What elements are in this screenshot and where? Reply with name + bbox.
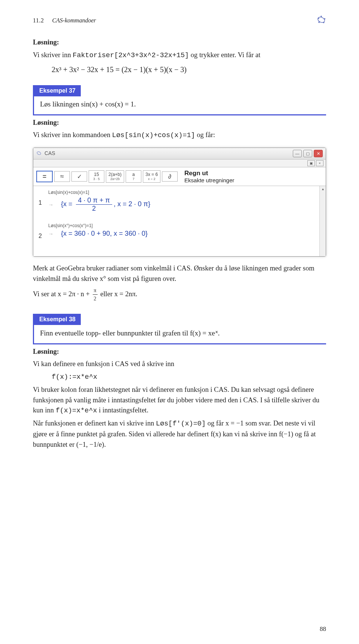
solution1-text: Vi skriver inn Faktoriser[2x^3+3x^2-32x+…: [33, 50, 326, 61]
display-equation: 2x³ + 3x² − 32x + 15 = (2x − 1)(x + 5)(x…: [52, 65, 326, 74]
inline-code: f(x)=x*e^x: [56, 407, 97, 415]
example-box-37: Eksempel 37 Løs likningen sin(x) + cos(x…: [33, 85, 326, 115]
cas-scrollbar[interactable]: ▴: [319, 186, 326, 256]
text-fragment: Når funksjonen er definert kan vi skrive…: [33, 419, 156, 427]
svg-point-3: [324, 18, 325, 19]
paragraph: Vi ser at x = 2π · n + π2 eller x = 2nπ.: [33, 287, 326, 303]
solution2-text: Vi skriver inn kommandoen Løs[sin(x)+cos…: [33, 130, 326, 141]
cas-row-index: 1: [39, 199, 48, 206]
solution-label: Løsning:: [33, 37, 326, 48]
text-fragment: eller x = 2nπ.: [100, 290, 137, 297]
text-fragment: og får:: [197, 131, 215, 139]
paragraph: Når funksjonen er definert kan vi skrive…: [33, 418, 326, 450]
text-fragment: Vi ser at x = 2π · n +: [33, 290, 92, 297]
cas-output-text: {x = 360 · 0 + 90, x = 360 · 0}: [61, 230, 148, 238]
section-heading: 11.2 CAS-kommandoer: [33, 17, 96, 24]
svg-point-6: [37, 151, 41, 155]
inline-code: Løs[f'(x)=0]: [156, 420, 206, 428]
cas-output: → {x = 4 · 0 π + π2, x = 2 · 0 π}: [48, 196, 320, 213]
close-button[interactable]: ✕: [314, 150, 323, 157]
tool-expand-button[interactable]: 2(a+b)2a+2b: [106, 170, 124, 183]
page-number: 88: [320, 625, 326, 633]
arrow-icon: →: [48, 202, 53, 208]
cas-row[interactable]: 1 Løs[sin(x)+cos(x)=1] → {x = 4 · 0 π + …: [39, 190, 320, 213]
tool-solve-button[interactable]: 3x = 6x = 2: [143, 170, 160, 183]
paragraph: Vi kan definere en funksjon i CAS ved å …: [33, 359, 326, 369]
cas-output: → {x = 360 · 0 + 90, x = 360 · 0}: [48, 230, 320, 238]
example-body: Løs likningen sin(x) + cos(x) = 1.: [34, 96, 326, 109]
example-body: Finn eventuelle topp- eller bunnpunkter …: [34, 325, 326, 338]
arrow-icon: →: [48, 231, 53, 237]
solution-label: Løsning:: [33, 118, 326, 128]
cas-toolbar: = ≈ ✓ 153 · 5 2(a+b)2a+2b a7 3x = 6x = 2…: [33, 167, 326, 186]
toolbar-description-title: Regn ut: [184, 170, 208, 177]
section-number: 11.2: [33, 17, 44, 24]
paragraph: Merk at GeoGebra bruker radianer som vin…: [33, 263, 326, 284]
cas-title: CAS: [36, 150, 55, 157]
geogebra-icon: [316, 15, 326, 26]
text-fragment: Vi skriver inn kommandoen: [33, 131, 112, 139]
cas-input-label: Løs[sin(x)+cos(x)=1]: [48, 190, 320, 195]
solution-label: Løsning:: [33, 347, 326, 357]
tool-substitute-button[interactable]: a7: [126, 170, 141, 183]
paragraph: Vi bruker kolon foran likhetstegnet når …: [33, 385, 326, 416]
maximize-button[interactable]: ▢: [303, 150, 312, 157]
tool-check-button[interactable]: ✓: [71, 171, 87, 182]
example-badge: Eksempel 37: [34, 85, 81, 96]
text-fragment: i inntastingsfeltet.: [99, 406, 148, 414]
tool-derivative-button[interactable]: ∂: [162, 171, 178, 182]
cas-row-index: 2: [39, 233, 48, 239]
text-fragment: og trykker enter. Vi får at: [191, 51, 261, 59]
toolbar-description-sub: Eksakte utregninger: [184, 177, 234, 183]
svg-point-2: [320, 16, 322, 17]
toolbar-description: Regn ut Eksakte utregninger: [184, 170, 234, 183]
inline-code: Løs[sin(x)+cos(x)=1]: [112, 131, 195, 139]
minimize-button[interactable]: —: [293, 150, 302, 157]
cas-title-text: CAS: [45, 150, 55, 156]
example-box-38: Eksempel 38 Finn eventuelle topp- eller …: [33, 314, 326, 344]
inline-code: Faktoriser[2x^3+3x^2-32x+15]: [73, 52, 189, 59]
panel-restore-button[interactable]: ▣: [307, 160, 315, 166]
tool-exact-button[interactable]: =: [36, 171, 53, 183]
scroll-up-icon[interactable]: ▴: [320, 186, 326, 191]
svg-point-1: [318, 18, 319, 19]
window-controls: — ▢ ✕: [293, 150, 323, 157]
panel-close-button[interactable]: ×: [316, 160, 323, 166]
svg-point-5: [318, 22, 320, 23]
cas-row[interactable]: 2 Løs[sin(x°)+cos(x°)=1] → {x = 360 · 0 …: [39, 223, 320, 239]
code-line: f(x):=x*e^x: [52, 373, 97, 381]
svg-point-4: [323, 22, 325, 23]
section-title: CAS-kommandoer: [52, 17, 96, 24]
cas-window: CAS — ▢ ✕ ▣ × = ≈ ✓ 153 · 5 2(a+b)2a+2b …: [33, 148, 326, 257]
example-badge: Eksempel 38: [34, 314, 81, 325]
cas-input-label: Løs[sin(x°)+cos(x°)=1]: [48, 223, 320, 228]
cas-body: ▴ 1 Løs[sin(x)+cos(x)=1] → {x = 4 · 0 π …: [33, 186, 326, 256]
tool-factor-button[interactable]: 153 · 5: [89, 170, 104, 183]
tool-approx-button[interactable]: ≈: [54, 171, 70, 182]
text-fragment: Vi skriver inn: [33, 51, 73, 59]
